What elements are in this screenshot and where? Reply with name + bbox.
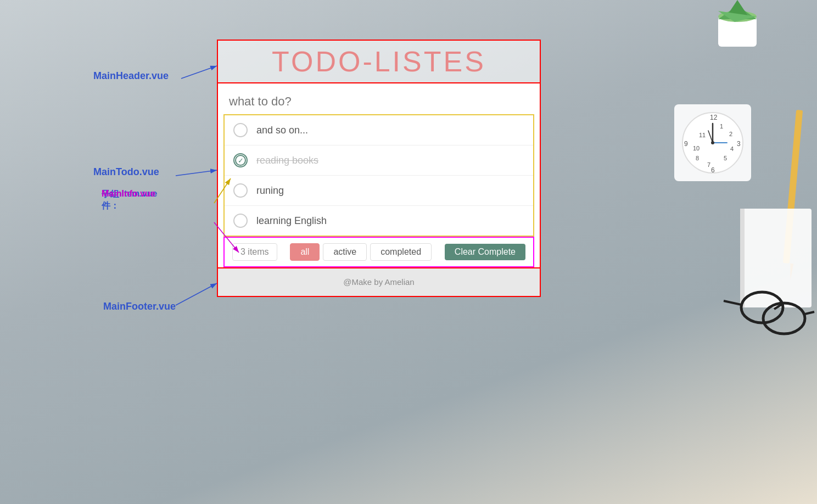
footer-text: @Make by Amelian xyxy=(343,277,414,287)
main-footer: @Make by Amelian xyxy=(217,268,541,297)
todo-item-text-2: reading books xyxy=(256,155,318,166)
todo-input-wrapper xyxy=(218,83,540,114)
todo-checkbox-2[interactable]: ✓ xyxy=(233,153,248,167)
todo-checkbox-4[interactable] xyxy=(233,214,248,228)
todo-item: learning English xyxy=(225,206,533,236)
todo-item: and so on... xyxy=(225,115,533,145)
items-count: 3 items xyxy=(232,243,277,261)
todo-item: ✓ reading books xyxy=(225,145,533,176)
filter-buttons: all active completed xyxy=(283,243,439,261)
todo-input[interactable] xyxy=(229,94,529,109)
todo-checkbox-1[interactable] xyxy=(233,123,248,137)
todo-item: runing xyxy=(225,176,533,206)
filter-active-button[interactable]: active xyxy=(323,243,367,261)
todo-list: and so on... ✓ reading books runing lear… xyxy=(223,114,534,237)
todo-item-text-3: runing xyxy=(256,185,284,197)
todo-item-text-4: learning English xyxy=(256,215,327,227)
filter-all-button[interactable]: all xyxy=(290,243,320,261)
main-todo: and so on... ✓ reading books runing lear… xyxy=(217,83,541,268)
todo-item-text-1: and so on... xyxy=(256,125,308,136)
checkmark-icon: ✓ xyxy=(235,155,246,166)
todo-checkbox-3[interactable] xyxy=(233,183,248,198)
main-header: TODO-LISTES xyxy=(217,40,541,83)
filter-completed-button[interactable]: completed xyxy=(370,243,432,261)
clear-complete-button[interactable]: Clear Complete xyxy=(445,244,525,260)
app-title: TODO-LISTES xyxy=(272,45,486,78)
main-info: 3 items all active completed Clear Compl… xyxy=(223,237,534,267)
